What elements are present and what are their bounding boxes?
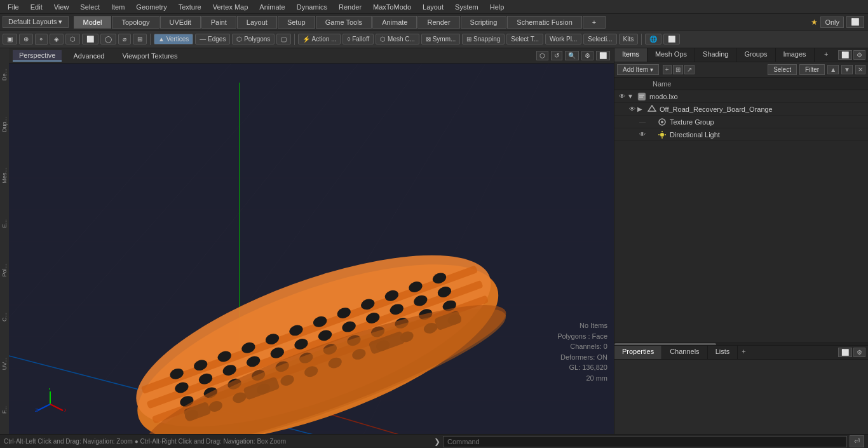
expand-icon-0[interactable]: ▼ [627,93,637,100]
tool-hex[interactable]: ⬡ [65,34,80,44]
viewport-icon-4[interactable]: ⚙ [581,51,593,60]
eye-icon-3[interactable]: 👁 [637,130,648,140]
prop-tab-channels[interactable]: Channels [662,346,707,359]
command-input[interactable] [443,436,847,447]
viewport-icon-3[interactable]: 🔍 [565,51,579,60]
layout-dropdown[interactable]: Default Layouts ▾ [3,16,69,28]
viewport-icon-5[interactable]: ⬜ [596,51,610,60]
select-i-btn[interactable]: Selecti... [583,34,616,44]
menu-select[interactable]: Select [75,2,105,12]
tool-select[interactable]: ▣ [3,34,17,44]
prop-tab-lists[interactable]: Lists [708,346,738,359]
layout-tab-setup[interactable]: Setup [278,16,315,29]
items-expand-btn[interactable]: ▼ [841,65,853,74]
mode-vertices[interactable]: ▲ Vertices [154,34,193,44]
layout-tab-render[interactable]: Render [417,16,459,29]
menu-system[interactable]: System [450,2,484,12]
menu-maxtomodo[interactable]: MaxToModo [368,2,416,12]
menu-edit[interactable]: Edit [25,2,48,12]
right-tab-shading[interactable]: Shading [695,48,736,62]
only-button[interactable]: Only [820,17,844,28]
mode-polygons[interactable]: ⬡ Polygons [232,34,275,44]
layout-tab-topology[interactable]: Topology [112,16,159,29]
falloff-btn[interactable]: ◊ Falloff [342,34,374,44]
tree-item-2[interactable]: — Texture Group [614,116,868,128]
tree-item-1[interactable]: 👁 ▶ Off_Road_Recovery_Board_Orange [614,103,868,116]
layout-tab-gametools[interactable]: Game Tools [316,16,372,29]
menu-dynamics[interactable]: Dynamics [292,2,332,12]
snap-btn[interactable]: ⊞ Snapping [462,34,505,44]
menu-file[interactable]: File [3,2,24,12]
action-btn[interactable]: ⚡ Action ... [298,34,341,44]
viewport-canvas[interactable]: No Items Polygons : Face Channels: 0 Def… [9,64,614,434]
layout-tab-schematic[interactable]: Schematic Fusion [507,16,581,29]
left-label-4[interactable]: Pol... [1,261,8,280]
items-toolbar-plus[interactable]: + [663,65,672,74]
tree-item-0[interactable]: 👁 ▼ modo.lxo [614,90,868,103]
prop-expand-btn[interactable]: ⬜ [838,348,852,357]
select-t-btn[interactable]: Select T... [506,34,543,44]
layout-tab-model[interactable]: Model [74,16,112,29]
left-label-5[interactable]: C... [1,310,8,324]
right-tab-items[interactable]: Items [614,48,648,62]
menu-item[interactable]: Item [106,2,130,12]
mesh-btn[interactable]: ⬡ Mesh C... [376,34,419,44]
menu-vertex-map[interactable]: Vertex Map [208,2,254,12]
tool-box[interactable]: ⊞ [133,34,147,44]
expand-icon-1[interactable]: ▶ [637,105,648,112]
tree-item-3[interactable]: 👁 Directional Light [614,128,868,141]
eye-icon-1[interactable]: 👁 [627,104,637,114]
kits-btn[interactable]: Kits [619,34,639,44]
items-collapse-btn[interactable]: ▲ [827,65,839,74]
tool-square[interactable]: ⬜ [82,34,98,44]
symm-btn[interactable]: ⊠ Symm... [421,34,460,44]
tool-crosshair[interactable]: ⌖ [35,34,48,45]
view-globe-btn[interactable]: 🌐 [645,34,661,44]
layout-tab-animate[interactable]: Animate [372,16,417,29]
menu-animate[interactable]: Animate [254,2,290,12]
mode-extra[interactable]: ▢ [276,34,291,44]
viewport-tab-perspective[interactable]: Perspective [13,50,62,62]
viewport-tab-textures[interactable]: Viewport Textures [116,51,184,61]
right-tab-meshops[interactable]: Mesh Ops [648,48,695,62]
filter-btn[interactable]: Filter [799,64,825,75]
tool-diamond[interactable]: ◈ [50,34,64,44]
left-label-1[interactable]: Dup... [1,114,8,135]
items-toolbar-grid[interactable]: ⊞ [673,65,683,74]
prop-tab-properties[interactable]: Properties [614,346,662,359]
menu-render[interactable]: Render [334,2,367,12]
prop-tab-add[interactable]: + [738,346,749,359]
menu-help[interactable]: Help [485,2,510,12]
add-item-btn[interactable]: Add Item ▾ [617,64,659,75]
items-close-btn[interactable]: ✕ [855,65,865,74]
right-panel-settings[interactable]: ⚙ [853,50,865,60]
layout-tab-scripting[interactable]: Scripting [461,16,507,29]
right-tab-images[interactable]: Images [776,48,815,62]
menu-geometry[interactable]: Geometry [131,2,172,12]
menu-view[interactable]: View [49,2,74,12]
viewport-icon-2[interactable]: ↺ [551,51,562,60]
viewport-icon-1[interactable]: ⬡ [536,51,548,60]
work-pl-btn[interactable]: Work Pl... [545,34,581,44]
right-tab-add[interactable]: + [820,48,832,62]
mode-edges[interactable]: — Edges [195,34,230,44]
items-toolbar-arrow[interactable]: ↗ [684,65,695,74]
layout-tab-add[interactable]: + [583,16,606,29]
eye-icon-0[interactable]: 👁 [617,92,627,102]
select-btn[interactable]: Select [768,64,797,75]
tool-circle[interactable]: ⊕ [19,34,33,44]
left-label-6[interactable]: UV... [1,355,8,372]
layout-expand-btn[interactable]: ⬜ [846,16,864,28]
left-label-0[interactable]: De... [1,66,8,83]
viewport-tab-advanced[interactable]: Advanced [67,51,111,61]
layout-tab-paint[interactable]: Paint [201,16,236,29]
eye-icon-2[interactable]: — [637,117,648,127]
items-list[interactable]: 👁 ▼ modo.lxo 👁 ▶ Off_Road_Recovery_Board… [614,90,868,343]
left-label-3[interactable]: E... [1,217,8,231]
menu-texture[interactable]: Texture [173,2,207,12]
menu-layout[interactable]: Layout [417,2,449,12]
left-label-7[interactable]: F... [1,404,8,416]
left-label-2[interactable]: Mes... [1,165,8,186]
run-command-btn[interactable]: ⏎ [850,435,864,447]
prop-settings-btn[interactable]: ⚙ [853,348,865,357]
